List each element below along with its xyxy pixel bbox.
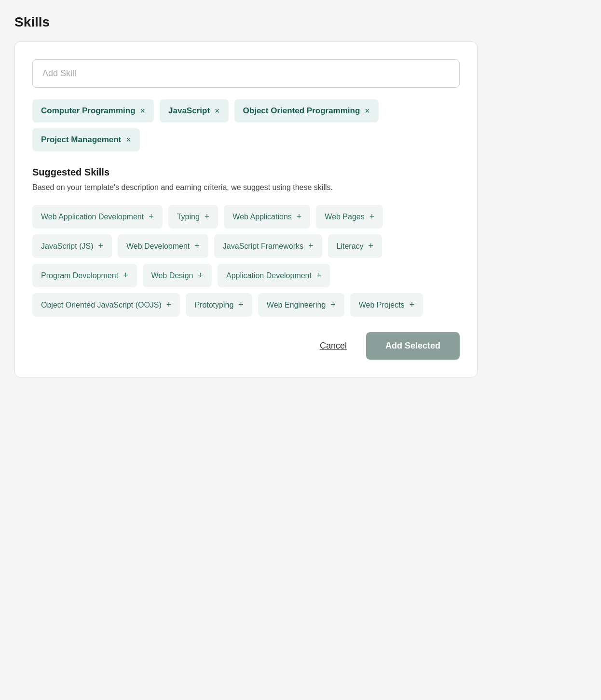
add-icon: + bbox=[369, 241, 374, 251]
suggested-skills-list: Web Application Development+Typing+Web A… bbox=[32, 205, 460, 317]
remove-skill-button[interactable]: × bbox=[215, 107, 220, 115]
footer-actions: Cancel Add Selected bbox=[32, 332, 460, 360]
remove-skill-button[interactable]: × bbox=[365, 107, 370, 115]
suggested-skill-tag[interactable]: Object Oriented JavaScript (OOJS)+ bbox=[32, 293, 180, 317]
suggested-skill-tag[interactable]: Prototyping+ bbox=[186, 293, 252, 317]
add-icon: + bbox=[297, 212, 302, 222]
selected-skills-list: Computer Programming×JavaScript×Object O… bbox=[32, 99, 460, 151]
page-title: Skills bbox=[14, 14, 587, 30]
add-selected-button[interactable]: Add Selected bbox=[366, 332, 460, 360]
skills-card: Computer Programming×JavaScript×Object O… bbox=[14, 41, 478, 377]
suggested-skill-label: Application Development bbox=[226, 271, 312, 280]
cancel-button[interactable]: Cancel bbox=[312, 335, 355, 357]
add-icon: + bbox=[316, 270, 322, 281]
suggested-skill-tag[interactable]: Literacy+ bbox=[328, 234, 382, 258]
remove-skill-button[interactable]: × bbox=[140, 107, 146, 115]
suggested-skill-label: Web Application Development bbox=[41, 213, 144, 221]
suggested-skill-label: Web Engineering bbox=[267, 301, 326, 310]
add-icon: + bbox=[98, 241, 103, 251]
suggested-skill-tag[interactable]: Web Engineering+ bbox=[258, 293, 344, 317]
suggested-skill-tag[interactable]: JavaScript (JS)+ bbox=[32, 234, 112, 258]
suggested-skill-label: Program Development bbox=[41, 271, 118, 280]
suggested-skill-label: Web Development bbox=[126, 242, 190, 251]
suggested-skill-label: Typing bbox=[177, 213, 200, 221]
suggested-skill-label: Object Oriented JavaScript (OOJS) bbox=[41, 301, 162, 310]
selected-skill-tag: Computer Programming× bbox=[32, 99, 154, 122]
suggested-skill-tag[interactable]: Web Applications+ bbox=[224, 205, 310, 229]
add-icon: + bbox=[410, 300, 415, 310]
suggested-skill-tag[interactable]: Web Projects+ bbox=[350, 293, 423, 317]
selected-skill-label: Project Management bbox=[41, 135, 121, 145]
selected-skill-tag: Project Management× bbox=[32, 128, 140, 151]
suggested-skill-tag[interactable]: Typing+ bbox=[168, 205, 219, 229]
suggested-skill-tag[interactable]: Web Pages+ bbox=[316, 205, 383, 229]
suggested-skill-label: Web Pages bbox=[325, 213, 364, 221]
add-icon: + bbox=[238, 300, 244, 310]
add-icon: + bbox=[123, 270, 128, 281]
suggested-skill-label: JavaScript (JS) bbox=[41, 242, 93, 251]
suggested-skill-tag[interactable]: Web Application Development+ bbox=[32, 205, 163, 229]
search-input[interactable] bbox=[32, 59, 460, 88]
remove-skill-button[interactable]: × bbox=[126, 135, 131, 144]
selected-skill-label: Computer Programming bbox=[41, 106, 136, 116]
suggested-skill-label: Prototyping bbox=[194, 301, 233, 310]
suggested-skill-tag[interactable]: Web Design+ bbox=[143, 264, 212, 287]
selected-skill-label: Object Oriented Programming bbox=[243, 106, 360, 116]
selected-skill-tag: Object Oriented Programming× bbox=[234, 99, 379, 122]
add-icon: + bbox=[369, 212, 375, 222]
suggested-skill-tag[interactable]: Application Development+ bbox=[218, 264, 330, 287]
suggested-skill-tag[interactable]: Program Development+ bbox=[32, 264, 137, 287]
suggested-skill-tag[interactable]: JavaScript Frameworks+ bbox=[214, 234, 322, 258]
suggested-section: Suggested Skills Based on your template'… bbox=[32, 167, 460, 317]
suggested-skill-label: Web Design bbox=[151, 271, 193, 280]
add-icon: + bbox=[205, 212, 210, 222]
suggested-skill-label: Literacy bbox=[337, 242, 364, 251]
suggested-skill-label: JavaScript Frameworks bbox=[223, 242, 303, 251]
suggested-description: Based on your template's description and… bbox=[32, 182, 460, 193]
suggested-title: Suggested Skills bbox=[32, 167, 460, 178]
suggested-skill-label: Web Applications bbox=[232, 213, 291, 221]
add-icon: + bbox=[194, 241, 200, 251]
selected-skill-label: JavaScript bbox=[168, 106, 210, 116]
add-icon: + bbox=[149, 212, 154, 222]
suggested-skill-tag[interactable]: Web Development+ bbox=[118, 234, 208, 258]
suggested-skill-label: Web Projects bbox=[359, 301, 405, 310]
add-icon: + bbox=[308, 241, 314, 251]
add-icon: + bbox=[330, 300, 336, 310]
add-icon: + bbox=[166, 300, 172, 310]
selected-skill-tag: JavaScript× bbox=[160, 99, 229, 122]
add-icon: + bbox=[198, 270, 203, 281]
